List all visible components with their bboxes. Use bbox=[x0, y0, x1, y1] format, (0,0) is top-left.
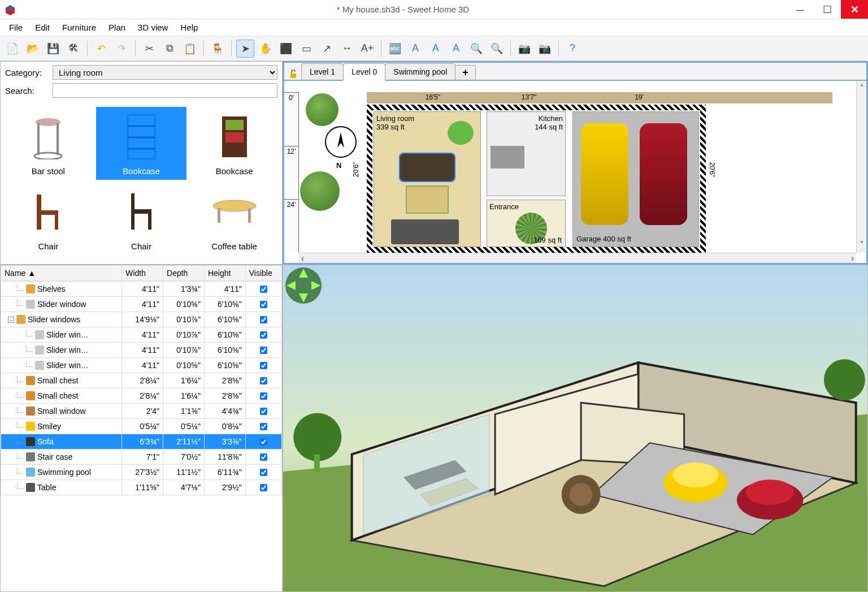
tb-add-furn[interactable]: 🪑 bbox=[209, 40, 227, 58]
tb-zm-ital[interactable]: A bbox=[447, 40, 465, 58]
furniture-sofa[interactable] bbox=[400, 154, 454, 181]
table-row[interactable]: Slider window4'11"0'10⅝"6'10⅝" bbox=[1, 297, 282, 312]
menu-furniture[interactable]: Furniture bbox=[57, 20, 102, 34]
tb-zm-plus[interactable]: 🔍 bbox=[467, 40, 485, 58]
table-row[interactable]: Swimming pool27'3½"11'1½"6'11¾" bbox=[1, 465, 282, 480]
tb-pan[interactable]: ✋ bbox=[257, 40, 275, 58]
room-living[interactable]: Living room 339 sq ft bbox=[374, 111, 481, 247]
visible-checkbox[interactable] bbox=[260, 423, 267, 430]
tb-help[interactable]: ? bbox=[563, 40, 581, 58]
close-button[interactable]: ✕ bbox=[841, 0, 868, 19]
tb-walls[interactable]: ⬛ bbox=[277, 40, 295, 58]
col-depth[interactable]: Depth bbox=[163, 266, 205, 281]
col-name[interactable]: Name ▲ bbox=[1, 266, 122, 281]
car-red[interactable] bbox=[640, 123, 687, 225]
scroll-up-icon[interactable]: ˄ bbox=[860, 83, 864, 94]
visible-checkbox[interactable] bbox=[260, 453, 267, 461]
search-input[interactable] bbox=[53, 83, 277, 98]
tb-zm-in[interactable]: 🔤 bbox=[386, 40, 404, 58]
col-height[interactable]: Height bbox=[204, 266, 245, 281]
room-kitchen[interactable]: Kitchen 144 sq ft bbox=[487, 111, 566, 196]
table-row[interactable]: Smiley0'5¼"0'5¼"0'8¼" bbox=[1, 419, 282, 434]
3d-view-pane[interactable] bbox=[283, 265, 868, 592]
tb-polyline[interactable]: ↗ bbox=[318, 40, 336, 58]
catalog-item[interactable]: Chair bbox=[3, 182, 94, 255]
minimize-button[interactable]: — bbox=[787, 0, 814, 19]
furniture-plant[interactable] bbox=[448, 121, 474, 145]
tb-zm-in2[interactable]: A bbox=[406, 40, 424, 58]
visible-checkbox[interactable] bbox=[260, 408, 267, 415]
tab-add[interactable]: + bbox=[455, 65, 476, 80]
room-entrance[interactable]: Entrance 169 sq ft bbox=[487, 200, 566, 247]
table-row[interactable]: –Slider windows14'9⅛"0'10⅞"6'10⅝" bbox=[1, 312, 282, 327]
catalog-item[interactable]: Bar stool bbox=[3, 107, 94, 180]
tb-zm-rot[interactable]: A bbox=[427, 40, 445, 58]
plan-vscroll[interactable]: ˄˅ bbox=[856, 81, 866, 253]
catalog-item[interactable]: Coffee table bbox=[189, 182, 280, 255]
tb-prefs[interactable]: 🛠 bbox=[64, 40, 83, 58]
tb-camera[interactable]: 📷 bbox=[515, 40, 533, 58]
table-row[interactable]: Sofa6'3¾"2'11½"3'3⅜" bbox=[1, 434, 282, 450]
tb-rooms[interactable]: ▭ bbox=[297, 40, 315, 58]
catalog-item[interactable]: Bookcase bbox=[189, 107, 280, 180]
tb-redo[interactable]: ↷ bbox=[112, 40, 131, 58]
tab-level-0[interactable]: Level 0 bbox=[343, 63, 385, 81]
menu-plan[interactable]: Plan bbox=[103, 20, 131, 34]
table-row[interactable]: Small chest2'8¼"1'6¼"2'8⅝" bbox=[1, 373, 282, 388]
visible-checkbox[interactable] bbox=[260, 286, 267, 293]
col-width[interactable]: Width bbox=[122, 266, 163, 281]
tb-dimension[interactable]: ↔ bbox=[338, 40, 356, 58]
scroll-right-icon[interactable]: › bbox=[851, 253, 854, 263]
menu-file[interactable]: File bbox=[3, 20, 28, 34]
expand-icon[interactable]: – bbox=[8, 317, 14, 323]
visible-checkbox[interactable] bbox=[260, 438, 267, 446]
visible-checkbox[interactable] bbox=[260, 316, 267, 323]
tb-open[interactable]: 📂 bbox=[24, 40, 42, 58]
scroll-left-icon[interactable]: ‹ bbox=[301, 253, 304, 263]
table-row[interactable]: Small chest2'8¼"1'6¼"2'8⅝" bbox=[1, 388, 282, 404]
plan-hscroll[interactable]: ‹› bbox=[299, 253, 856, 263]
table-row[interactable]: Stair case7'1"7'0½"11'8⅜" bbox=[1, 450, 282, 465]
furniture-table[interactable] bbox=[391, 219, 459, 244]
visible-checkbox[interactable] bbox=[260, 377, 267, 384]
visible-checkbox[interactable] bbox=[260, 347, 267, 354]
table-row[interactable]: Small window2'4"1'1⅜"4'4¾" bbox=[1, 404, 282, 419]
tb-paste[interactable]: 📋 bbox=[181, 40, 199, 58]
visible-checkbox[interactable] bbox=[260, 331, 267, 339]
tb-zm-minus[interactable]: 🔍 bbox=[488, 40, 506, 58]
category-select[interactable]: Living room bbox=[53, 65, 277, 80]
menu-edit[interactable]: Edit bbox=[29, 20, 55, 34]
tb-camera-v[interactable]: 📷 bbox=[536, 40, 554, 58]
scroll-down-icon[interactable]: ˅ bbox=[860, 240, 864, 250]
table-row[interactable]: Slider win…4'11"0'10⅞"6'10⅝" bbox=[1, 327, 282, 343]
plan-canvas[interactable]: 16'5" 13'7" 19' N Living room 339 sq ft bbox=[299, 81, 856, 253]
furniture-counter[interactable] bbox=[491, 146, 524, 168]
menu-help[interactable]: Help bbox=[175, 20, 203, 34]
visible-checkbox[interactable] bbox=[260, 484, 267, 491]
menu-3dview[interactable]: 3D view bbox=[132, 20, 173, 34]
furniture-rug[interactable] bbox=[406, 185, 449, 214]
visible-checkbox[interactable] bbox=[260, 362, 267, 369]
tb-select[interactable]: ➤ bbox=[236, 40, 254, 58]
tb-copy[interactable]: ⧉ bbox=[160, 40, 179, 58]
tb-cut[interactable]: ✂ bbox=[140, 40, 158, 58]
tb-text[interactable]: A+ bbox=[358, 40, 376, 58]
visible-checkbox[interactable] bbox=[260, 301, 267, 308]
table-row[interactable]: Shelves4'11"1'3¾"4'11" bbox=[1, 282, 282, 297]
lock-icon[interactable] bbox=[288, 68, 299, 80]
table-row[interactable]: Slider win…4'11"0'10⅝"6'10⅝" bbox=[1, 358, 282, 373]
visible-checkbox[interactable] bbox=[260, 392, 267, 400]
table-row[interactable]: Table1'11⅝"4'7⅛"2'9½" bbox=[1, 480, 282, 495]
nav-gizmo-icon[interactable] bbox=[283, 265, 324, 306]
catalog-item[interactable]: Bookcase bbox=[96, 107, 187, 180]
catalog-item[interactable]: Chair bbox=[96, 182, 187, 255]
visible-checkbox[interactable] bbox=[260, 469, 267, 476]
tab-swimming-pool[interactable]: Swimming pool bbox=[385, 63, 455, 80]
room-garage[interactable]: Garage 400 sq ft bbox=[572, 111, 699, 247]
maximize-button[interactable]: ☐ bbox=[814, 0, 841, 19]
car-yellow[interactable] bbox=[581, 123, 628, 225]
tb-new[interactable]: 📄 bbox=[3, 40, 21, 58]
tb-save[interactable]: 💾 bbox=[44, 40, 62, 58]
col-visible[interactable]: Visible bbox=[245, 266, 281, 281]
tb-undo[interactable]: ↶ bbox=[92, 40, 110, 58]
